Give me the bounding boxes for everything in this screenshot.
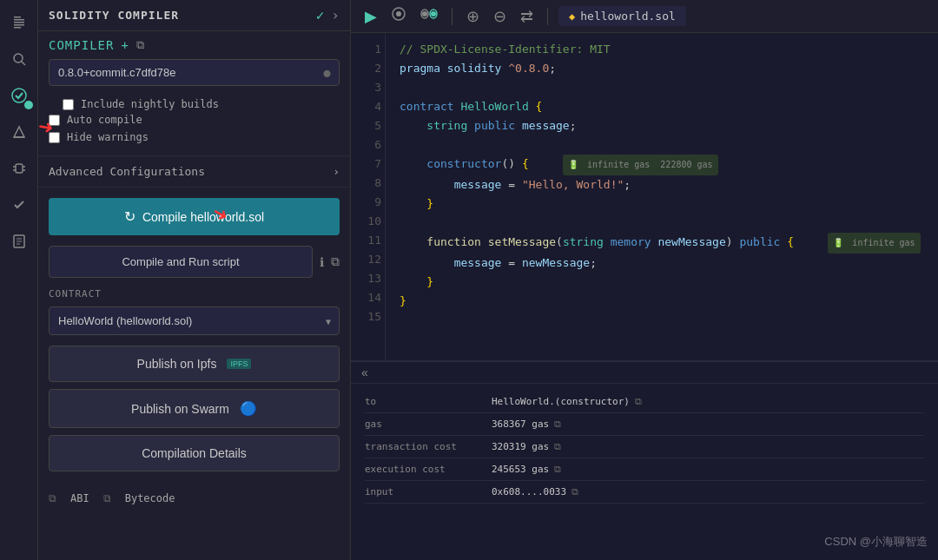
tx-row-transaction-cost: transaction cost 320319 gas ⧉ xyxy=(365,436,924,458)
copy-script-button[interactable]: ⧉ xyxy=(331,254,340,269)
bytecode-label[interactable]: Bytecode xyxy=(125,492,175,504)
svg-marker-8 xyxy=(14,127,24,137)
sidebar-header: SOLIDITY COMPILER ✓ › xyxy=(38,0,350,31)
gas-badge-constructor: 🔋 infinite gas 222800 gas xyxy=(563,155,718,175)
copy-gas-button[interactable]: ⧉ xyxy=(554,418,561,430)
code-line-4: contract HelloWorld { xyxy=(400,97,924,116)
refresh-icon: ↻ xyxy=(124,208,135,225)
toolbar-separator xyxy=(452,8,452,25)
sidebar-title: SOLIDITY COMPILER xyxy=(49,9,179,22)
contract-label: CONTRACT xyxy=(49,288,340,300)
zoom-out-button[interactable]: ⊖ xyxy=(490,5,510,28)
svg-rect-3 xyxy=(14,24,24,26)
compiler-badge xyxy=(24,101,33,109)
copy-compiler-icon[interactable]: ⧉ xyxy=(136,38,145,52)
version-select-wrapper: 0.8.0+commit.c7dfd78e xyxy=(49,59,340,86)
tx-key-gas: gas xyxy=(365,418,478,430)
line-numbers: 1234 5678 9101112 131415 xyxy=(351,33,386,360)
code-line-10 xyxy=(400,214,924,233)
tx-row-gas: gas 368367 gas ⧉ xyxy=(365,413,924,436)
compile-button-label: Compile helloworld.sol xyxy=(142,210,264,224)
tx-row-execution-cost: execution cost 245653 gas ⧉ xyxy=(365,458,924,481)
advanced-config-label: Advanced Configurations xyxy=(49,165,205,178)
tx-value-to: HelloWorld.(constructor) ⧉ xyxy=(492,396,642,407)
tx-value-gas: 368367 gas ⧉ xyxy=(492,418,561,430)
svg-point-20 xyxy=(396,11,401,16)
svg-point-7 xyxy=(12,89,26,102)
code-line-9: } xyxy=(400,194,924,214)
code-line-6 xyxy=(400,135,924,155)
contract-section: CONTRACT HelloWorld (helloworld.sol) Pub… xyxy=(38,288,350,489)
compilation-details-button[interactable]: Compilation Details xyxy=(49,435,340,471)
publish-swarm-label: Publish on Swarm xyxy=(131,402,229,416)
publish-ipfs-button[interactable]: Publish on Ipfs IPFS xyxy=(49,346,340,382)
code-line-3 xyxy=(400,78,924,97)
tx-key-execution-cost: execution cost xyxy=(365,464,478,475)
code-content[interactable]: // SPDX-License-Identifier: MIT pragma s… xyxy=(386,33,938,360)
svg-point-22 xyxy=(422,11,427,16)
compilation-details-label: Compilation Details xyxy=(142,446,247,460)
publish-swarm-button[interactable]: Publish on Swarm 🔵 xyxy=(49,389,340,428)
toolbar-separator-2 xyxy=(547,8,548,25)
abi-label[interactable]: ABI xyxy=(70,492,89,504)
main-area: ▶ ⊕ ⊖ ⇄ ◆ helloworld.sol 1234 xyxy=(351,0,938,560)
copy-input-button[interactable]: ⧉ xyxy=(571,486,578,497)
zoom-in-button[interactable]: ⊕ xyxy=(463,5,483,28)
contract-select-wrapper: HelloWorld (helloworld.sol) xyxy=(49,306,340,335)
tx-value-execution-cost: 245653 gas ⧉ xyxy=(492,464,561,475)
svg-rect-2 xyxy=(14,22,24,23)
code-line-13: } xyxy=(400,273,924,292)
forward-icon[interactable]: › xyxy=(331,7,340,23)
toggle-button[interactable] xyxy=(417,4,441,28)
bytecode-icon: ⧉ xyxy=(103,492,111,504)
nightly-builds-checkbox[interactable] xyxy=(63,99,74,110)
swarm-icon: 🔵 xyxy=(240,400,257,417)
watermark: CSDN @小海聊智造 xyxy=(824,534,928,550)
check-icon[interactable]: ✓ xyxy=(316,7,325,23)
abi-bytecode-row: ⧉ ABI ⧉ Bytecode xyxy=(38,489,350,508)
sidebar-item-deploy[interactable] xyxy=(3,116,35,148)
code-line-7: constructor() { 🔋 infinite gas 222800 ga… xyxy=(400,155,924,175)
tx-key-transaction-cost: transaction cost xyxy=(365,441,478,452)
ipfs-badge: IPFS xyxy=(227,359,251,369)
sidebar-item-verify[interactable] xyxy=(3,189,35,221)
nightly-builds-row: Include nightly builds xyxy=(49,95,340,114)
run-button[interactable]: ▶ xyxy=(361,5,380,28)
sidebar-item-debug[interactable] xyxy=(3,153,35,184)
code-line-14: } xyxy=(400,292,924,311)
compiler-label: COMPILER + ⧉ xyxy=(49,38,340,52)
copy-transaction-cost-button[interactable]: ⧉ xyxy=(554,441,561,452)
sidebar-item-docs[interactable] xyxy=(3,226,35,257)
compile-button[interactable]: ↻ Compile helloworld.sol xyxy=(49,198,340,235)
file-icon: ◆ xyxy=(569,10,575,23)
sidebar-panel: SOLIDITY COMPILER ✓ › COMPILER + ⧉ 0.8.0… xyxy=(38,0,351,560)
publish-ipfs-label: Publish on Ipfs xyxy=(137,357,217,371)
sidebar-item-search[interactable] xyxy=(3,43,35,75)
svg-point-24 xyxy=(431,11,436,16)
compile-run-button[interactable]: Compile and Run script xyxy=(49,246,313,278)
hide-warnings-checkbox[interactable] xyxy=(49,132,60,143)
code-line-15 xyxy=(400,311,924,330)
sidebar-header-actions: ✓ › xyxy=(316,7,340,23)
info-button[interactable]: ℹ xyxy=(320,255,324,269)
nightly-builds-label: Include nightly builds xyxy=(81,98,219,110)
auto-compile-checkbox[interactable] xyxy=(49,115,60,126)
hide-warnings-label: Hide warnings xyxy=(67,131,149,143)
code-line-8: message = "Hello, World!"; xyxy=(400,175,924,194)
copy-to-button[interactable]: ⧉ xyxy=(635,396,642,407)
sidebar-item-compiler[interactable] xyxy=(3,80,35,111)
contract-select[interactable]: HelloWorld (helloworld.sol) xyxy=(49,306,340,335)
advanced-config-row[interactable]: Advanced Configurations › xyxy=(38,155,350,188)
debug-toolbar-button[interactable] xyxy=(387,4,410,28)
version-select[interactable]: 0.8.0+commit.c7dfd78e xyxy=(49,59,340,86)
copy-execution-cost-button[interactable]: ⧉ xyxy=(554,464,561,475)
swap-button[interactable]: ⇄ xyxy=(517,5,537,28)
auto-compile-row: Auto compile xyxy=(49,114,340,126)
add-icon[interactable]: + xyxy=(121,38,129,52)
sidebar-item-files[interactable] xyxy=(3,7,35,38)
compile-run-row: Compile and Run script ℹ ⧉ xyxy=(49,246,340,278)
compiler-section: COMPILER + ⧉ 0.8.0+commit.c7dfd78e Inclu… xyxy=(38,31,350,155)
collapse-button[interactable]: « xyxy=(361,366,368,379)
tx-row-to: to HelloWorld.(constructor) ⧉ xyxy=(365,391,924,413)
code-line-12: message = newMessage; xyxy=(400,254,924,273)
